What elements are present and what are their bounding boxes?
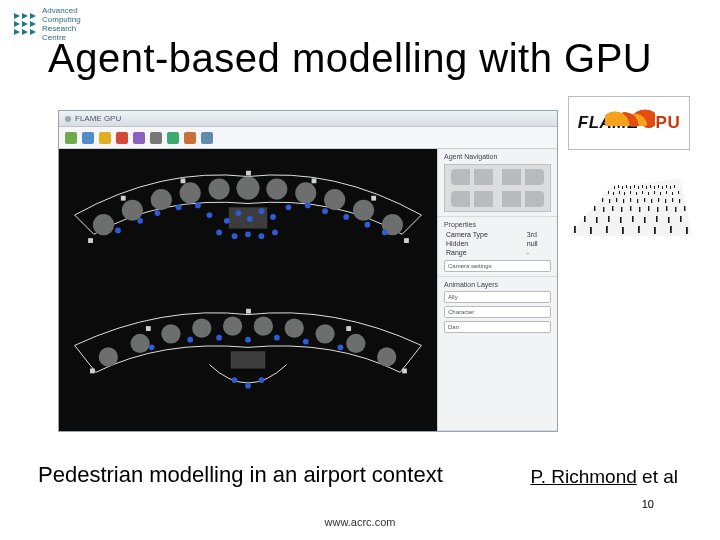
toolbar-icon[interactable] bbox=[184, 132, 196, 144]
svg-rect-18 bbox=[613, 192, 614, 195]
svg-rect-134 bbox=[246, 309, 251, 314]
svg-rect-40 bbox=[672, 198, 673, 202]
svg-rect-58 bbox=[644, 217, 646, 223]
svg-point-119 bbox=[346, 334, 365, 353]
flame-icon bbox=[605, 100, 655, 126]
svg-rect-39 bbox=[665, 199, 666, 203]
svg-point-117 bbox=[285, 319, 304, 338]
svg-point-130 bbox=[245, 383, 251, 389]
svg-rect-9 bbox=[646, 186, 647, 189]
svg-point-71 bbox=[122, 200, 143, 221]
svg-point-116 bbox=[254, 317, 273, 336]
svg-rect-3 bbox=[622, 186, 623, 189]
svg-point-112 bbox=[130, 334, 149, 353]
app-toolbar bbox=[59, 127, 557, 149]
toolbar-icon[interactable] bbox=[82, 132, 94, 144]
toolbar-icon[interactable] bbox=[133, 132, 145, 144]
footer-url: www.acrc.com bbox=[0, 516, 720, 528]
simulation-app-window: FLAME GPU bbox=[58, 110, 558, 432]
svg-rect-35 bbox=[637, 199, 638, 203]
svg-rect-109 bbox=[371, 196, 376, 201]
window-control-icon bbox=[65, 116, 71, 122]
svg-point-100 bbox=[232, 233, 238, 239]
svg-rect-62 bbox=[574, 226, 576, 233]
svg-point-98 bbox=[382, 229, 388, 235]
svg-point-74 bbox=[209, 178, 230, 199]
svg-rect-48 bbox=[648, 206, 649, 211]
svg-rect-11 bbox=[654, 186, 655, 189]
toolbar-icon[interactable] bbox=[167, 132, 179, 144]
layer-button[interactable]: Ally bbox=[444, 291, 551, 303]
svg-rect-29 bbox=[678, 191, 679, 194]
layer-button[interactable]: Character bbox=[444, 306, 551, 318]
panel-section-label: Animation Layers bbox=[444, 281, 551, 288]
svg-point-82 bbox=[115, 228, 121, 234]
flamegpu-logo: FLAMEGPU bbox=[568, 96, 690, 150]
svg-point-88 bbox=[224, 218, 230, 224]
svg-point-84 bbox=[155, 210, 161, 216]
svg-rect-68 bbox=[670, 226, 672, 233]
svg-rect-57 bbox=[632, 216, 634, 222]
panel-section-layers: Animation Layers Ally Character Dan bbox=[438, 277, 557, 431]
svg-rect-107 bbox=[246, 171, 251, 176]
svg-rect-5 bbox=[630, 186, 631, 189]
svg-point-96 bbox=[343, 214, 349, 220]
panel-section-navigation: Agent Navigation bbox=[438, 149, 557, 217]
svg-point-95 bbox=[322, 208, 328, 214]
svg-point-122 bbox=[149, 345, 155, 351]
svg-rect-1 bbox=[614, 186, 615, 189]
terminal-floorplan-bottom bbox=[65, 295, 431, 425]
svg-point-92 bbox=[270, 214, 276, 220]
viewport-3d[interactable] bbox=[59, 149, 437, 431]
svg-rect-16 bbox=[674, 185, 675, 188]
svg-point-77 bbox=[295, 182, 316, 203]
svg-rect-105 bbox=[121, 196, 126, 201]
svg-rect-8 bbox=[642, 185, 643, 188]
toolbar-icon[interactable] bbox=[116, 132, 128, 144]
svg-rect-60 bbox=[668, 217, 670, 223]
toolbar-icon[interactable] bbox=[150, 132, 162, 144]
toolbar-icon[interactable] bbox=[99, 132, 111, 144]
svg-rect-132 bbox=[90, 369, 95, 374]
svg-point-103 bbox=[272, 229, 278, 235]
svg-point-83 bbox=[137, 218, 143, 224]
svg-rect-4 bbox=[626, 185, 627, 188]
toolbar-icon[interactable] bbox=[201, 132, 213, 144]
svg-rect-136 bbox=[402, 369, 407, 374]
svg-point-131 bbox=[259, 377, 265, 383]
svg-rect-34 bbox=[630, 198, 631, 202]
toolbar-icon[interactable] bbox=[65, 132, 77, 144]
svg-rect-27 bbox=[666, 191, 667, 194]
minimap[interactable] bbox=[444, 164, 551, 212]
side-panel: Agent Navigation Properties Camera Type3… bbox=[437, 149, 557, 431]
svg-point-129 bbox=[232, 377, 238, 383]
svg-point-91 bbox=[259, 208, 265, 214]
svg-rect-110 bbox=[404, 238, 409, 243]
svg-rect-133 bbox=[146, 326, 151, 331]
svg-point-99 bbox=[216, 229, 222, 235]
svg-rect-6 bbox=[634, 185, 635, 188]
svg-point-85 bbox=[176, 204, 182, 210]
svg-point-125 bbox=[245, 337, 251, 343]
svg-point-94 bbox=[305, 203, 311, 209]
svg-rect-26 bbox=[660, 192, 661, 195]
camera-settings-button[interactable]: Camera settings bbox=[444, 260, 551, 272]
svg-rect-52 bbox=[684, 206, 685, 211]
svg-point-118 bbox=[315, 325, 334, 344]
svg-point-89 bbox=[235, 210, 241, 216]
svg-rect-33 bbox=[623, 199, 624, 203]
svg-rect-30 bbox=[602, 198, 603, 202]
org-logo-icon bbox=[14, 13, 36, 35]
crowd-render-thumbnail bbox=[560, 158, 698, 246]
svg-rect-45 bbox=[621, 207, 622, 212]
properties-table: Camera Type3rd Hiddennull Range- bbox=[444, 230, 551, 257]
svg-rect-50 bbox=[666, 206, 667, 211]
svg-rect-43 bbox=[603, 207, 604, 212]
svg-point-78 bbox=[324, 189, 345, 210]
table-row: Hiddennull bbox=[444, 239, 551, 248]
svg-rect-36 bbox=[644, 198, 645, 202]
layer-button[interactable]: Dan bbox=[444, 321, 551, 333]
svg-point-86 bbox=[195, 203, 201, 209]
svg-rect-65 bbox=[622, 227, 624, 234]
svg-point-124 bbox=[216, 335, 222, 341]
